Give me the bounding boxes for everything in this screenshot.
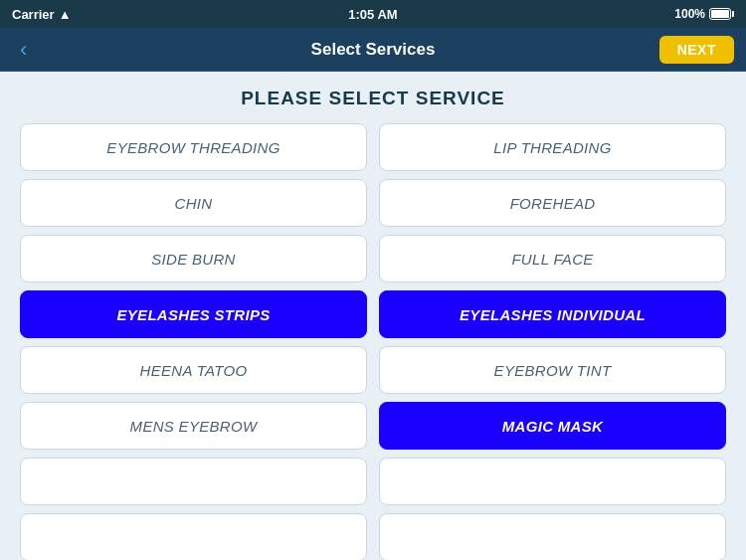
main-content: PLEASE SELECT SERVICE EYEBROW THREADINGL… bbox=[0, 72, 746, 560]
service-btn-empty-1 bbox=[20, 458, 367, 505]
service-btn-chin[interactable]: CHIN bbox=[20, 179, 367, 227]
status-bar: Carrier ▲ 1:05 AM 100% bbox=[0, 0, 746, 28]
nav-bar: ‹ Select Services NEXT bbox=[0, 28, 746, 72]
service-btn-eyelashes-individual[interactable]: EYELASHES INDIVIDUAL bbox=[379, 290, 726, 338]
service-btn-empty-3 bbox=[20, 513, 367, 560]
service-btn-lip-threading[interactable]: LIP THREADING bbox=[379, 123, 726, 171]
service-btn-magic-mask[interactable]: MAGIC MASK bbox=[379, 402, 726, 450]
services-grid: EYEBROW THREADINGLIP THREADINGCHINFOREHE… bbox=[20, 123, 726, 560]
page-title: PLEASE SELECT SERVICE bbox=[20, 88, 726, 109]
status-time: 1:05 AM bbox=[348, 7, 397, 22]
service-btn-full-face[interactable]: FULL FACE bbox=[379, 235, 726, 282]
battery-icon bbox=[709, 8, 734, 20]
service-btn-side-burn[interactable]: SIDE BURN bbox=[20, 235, 367, 282]
service-btn-eyelashes-strips[interactable]: EYELASHES STRIPS bbox=[20, 290, 367, 338]
carrier-label: Carrier bbox=[12, 7, 55, 22]
battery-percent: 100% bbox=[674, 7, 705, 21]
back-button[interactable]: ‹ bbox=[12, 33, 35, 67]
service-btn-empty-2 bbox=[379, 458, 726, 505]
wifi-icon: ▲ bbox=[59, 7, 72, 22]
service-btn-forehead[interactable]: FOREHEAD bbox=[379, 179, 726, 227]
service-btn-mens-eyebrow[interactable]: MENS EYEBROW bbox=[20, 402, 367, 450]
service-btn-eyebrow-tint[interactable]: EYEBROW TINT bbox=[379, 346, 726, 394]
service-btn-empty-4 bbox=[379, 513, 726, 560]
next-button[interactable]: NEXT bbox=[659, 36, 734, 64]
nav-title: Select Services bbox=[311, 40, 436, 60]
service-btn-eyebrow-threading[interactable]: EYEBROW THREADING bbox=[20, 123, 367, 171]
service-btn-heena-tatoo[interactable]: HEENA TATOO bbox=[20, 346, 367, 394]
